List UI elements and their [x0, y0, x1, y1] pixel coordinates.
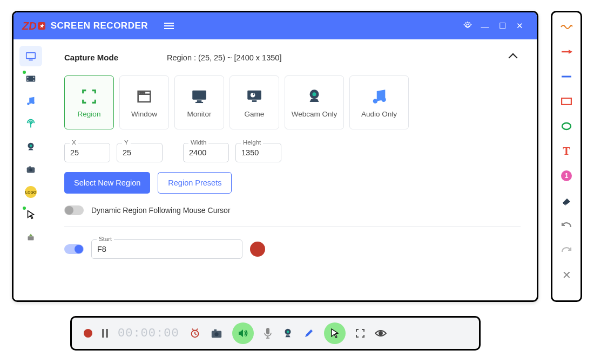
undo-button[interactable]: [558, 217, 575, 233]
maximize-button[interactable]: ☐: [495, 18, 510, 33]
mode-label: Game: [245, 110, 265, 118]
svg-rect-29: [252, 100, 257, 102]
svg-point-27: [251, 92, 255, 97]
svg-rect-44: [214, 329, 217, 332]
svg-point-28: [253, 93, 254, 95]
mode-audio-only[interactable]: Audio Only: [349, 75, 409, 129]
y-input[interactable]: [117, 143, 163, 162]
mode-region[interactable]: Region: [64, 75, 114, 129]
svg-point-21: [141, 92, 143, 93]
mode-label: Monitor: [187, 110, 211, 118]
width-input[interactable]: [183, 143, 229, 162]
svg-rect-25: [195, 101, 203, 102]
rectangle-tool[interactable]: [558, 93, 575, 109]
pause-button[interactable]: [102, 329, 108, 338]
ellipse-tool[interactable]: [558, 118, 575, 134]
start-hotkey-input[interactable]: [91, 239, 242, 259]
clear-button[interactable]: ✕: [558, 267, 575, 283]
region-presets-button[interactable]: Region Presets: [158, 172, 232, 194]
settings-button[interactable]: [460, 18, 475, 33]
svg-rect-24: [197, 100, 202, 102]
mode-monitor[interactable]: Monitor: [174, 75, 224, 129]
svg-point-13: [30, 145, 32, 147]
dynamic-region-label: Dynamic Region Following Mouse Cursor: [91, 206, 231, 215]
cursor-button[interactable]: [324, 322, 346, 344]
mode-window[interactable]: Window: [119, 75, 169, 129]
svg-line-41: [195, 334, 197, 335]
height-input[interactable]: [235, 143, 281, 162]
mode-label: Window: [131, 110, 157, 118]
svg-rect-3: [26, 76, 36, 82]
screenshot-button[interactable]: [211, 328, 222, 339]
dynamic-region-toggle[interactable]: [64, 205, 84, 215]
svg-point-33: [381, 97, 386, 102]
scheduler-button[interactable]: [189, 327, 201, 339]
record-button[interactable]: [84, 329, 92, 338]
svg-rect-4: [28, 77, 29, 78]
start-hotkey-label: Start: [97, 236, 114, 242]
mode-label: Region: [78, 110, 101, 118]
svg-point-43: [214, 332, 218, 336]
mode-game[interactable]: Game: [230, 75, 279, 129]
sidebar-item-audio[interactable]: [19, 91, 42, 112]
app-title: SCREEN RECORDER: [51, 20, 148, 31]
annotation-toolbar: T 1 ✕: [551, 11, 582, 302]
capture-mode-grid: Region Window Monitor Game Webcam Only: [64, 75, 521, 129]
body-area: LOGO Capture Mode Region : (25, 25) ~ [2…: [14, 39, 537, 300]
height-label: Height: [241, 139, 263, 146]
svg-rect-7: [33, 80, 35, 81]
x-input[interactable]: [64, 143, 110, 162]
svg-point-49: [286, 331, 289, 333]
star-icon: ★: [38, 22, 45, 30]
preview-button[interactable]: [375, 329, 387, 338]
number-tool[interactable]: 1: [558, 168, 575, 184]
left-sidebar: LOGO: [14, 39, 48, 300]
region-buttons: Select New Region Region Presets: [64, 172, 521, 194]
sidebar-item-stream[interactable]: [19, 114, 42, 134]
svg-point-9: [32, 101, 35, 104]
mode-label: Webcam Only: [292, 110, 338, 118]
sidebar-item-webcam[interactable]: [19, 136, 42, 157]
sidebar-item-logo[interactable]: LOGO: [19, 182, 42, 202]
menu-button[interactable]: [164, 21, 174, 31]
sidebar-item-video[interactable]: [19, 68, 42, 89]
sidebar-item-screenshot[interactable]: [19, 159, 42, 180]
svg-point-32: [373, 99, 378, 104]
dynamic-region-row: Dynamic Region Following Mouse Cursor: [64, 205, 521, 215]
svg-rect-6: [33, 77, 35, 78]
mode-webcam-only[interactable]: Webcam Only: [285, 75, 344, 129]
svg-rect-23: [192, 90, 206, 99]
titlebar: ZD ★ SCREEN RECORDER — ☐ ✕: [14, 12, 537, 39]
text-tool[interactable]: T: [558, 143, 575, 159]
brand-text: ZD: [22, 20, 37, 32]
sidebar-item-screen[interactable]: [19, 46, 42, 66]
sidebar-item-tools[interactable]: [19, 227, 42, 248]
y-label: Y: [122, 139, 131, 146]
section-header: Capture Mode Region : (25, 25) ~ [2400 x…: [64, 53, 521, 62]
line-tool[interactable]: [558, 68, 575, 85]
sidebar-item-cursor[interactable]: [19, 204, 42, 225]
eraser-tool[interactable]: [558, 193, 575, 209]
minimize-button[interactable]: —: [477, 18, 492, 33]
svg-rect-5: [28, 80, 29, 81]
arrow-tool[interactable]: [558, 44, 575, 60]
select-new-region-button[interactable]: Select New Region: [64, 172, 150, 194]
record-indicator-icon: [250, 242, 265, 257]
brand-logo: ZD ★: [22, 20, 45, 32]
collapse-chevron-icon[interactable]: [509, 53, 518, 62]
pencil-button[interactable]: [303, 328, 314, 339]
close-button[interactable]: ✕: [512, 18, 527, 33]
section-title: Capture Mode: [64, 53, 167, 62]
start-hotkey-toggle[interactable]: [64, 244, 84, 254]
svg-point-50: [379, 332, 382, 335]
redo-button[interactable]: [558, 242, 575, 258]
svg-point-8: [27, 102, 30, 105]
timer-display: 00:00:00: [118, 327, 179, 340]
microphone-button[interactable]: [264, 327, 272, 339]
webcam-button[interactable]: [282, 327, 294, 339]
divider: [64, 226, 521, 226]
recording-control-bar: 00:00:00: [70, 316, 481, 351]
speaker-button[interactable]: [232, 322, 254, 344]
fullscreen-button[interactable]: [355, 328, 365, 338]
freehand-tool[interactable]: [558, 19, 575, 35]
